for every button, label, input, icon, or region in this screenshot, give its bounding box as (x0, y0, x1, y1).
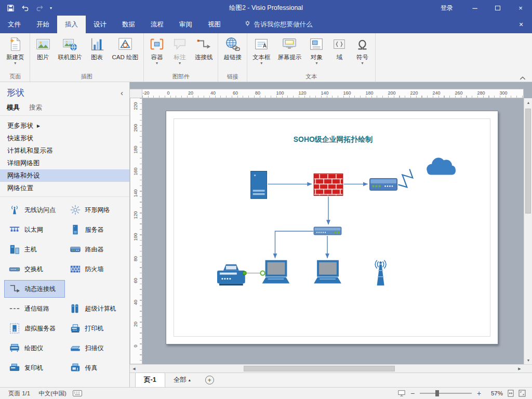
shape-master-scanner[interactable]: 扫描仪 (65, 339, 126, 357)
screen-tip-button[interactable]: 屏幕提示 (274, 35, 305, 63)
language-indicator[interactable]: 中文(中国) (34, 390, 71, 397)
field-button[interactable]: 域 (328, 35, 351, 63)
shape-master-dynamic-connector[interactable]: 动态连接线 (4, 280, 65, 298)
wireless-antenna-shape[interactable] (375, 260, 386, 286)
shape-master-host[interactable]: 主机 (4, 241, 65, 258)
stencil-more-shapes[interactable]: 更多形状▶ (0, 119, 129, 132)
glue-point-dot[interactable] (243, 271, 246, 275)
drawing-page[interactable]: SOHO级企业网拓扑绘制 (166, 111, 498, 344)
stencil-quick-shapes[interactable]: 快速形状 (0, 132, 129, 144)
chart-button[interactable]: 图表 (86, 35, 109, 63)
new-page-button[interactable]: 新建页▾ (3, 35, 28, 66)
hyperlink-button[interactable]: 超链接 (220, 35, 245, 63)
callout-button[interactable]: 标注▾ (168, 35, 191, 66)
close-ribbon-x-icon[interactable]: × (510, 16, 532, 33)
redo-icon[interactable] (35, 4, 44, 12)
horizontal-scroll-thumb[interactable] (244, 366, 394, 371)
shape-master-firewall[interactable]: 防火墙 (65, 260, 126, 278)
shape-master-ring-network[interactable]: 环形网络 (65, 201, 126, 219)
ribbon-tab-data[interactable]: 数据 (114, 16, 143, 33)
drawing-viewport[interactable]: SOHO级企业网拓扑绘制 (142, 98, 524, 364)
presentation-mode-icon[interactable] (398, 390, 405, 397)
shape-master-virtual-server[interactable]: 虚拟服务器 (4, 320, 65, 337)
all-pages-tab[interactable]: 全部 ▴ (165, 373, 199, 387)
shape-master-plotter[interactable]: 绘图仪 (4, 339, 65, 357)
online-pictures-button[interactable]: 联机图片 (55, 35, 86, 63)
ruler-label: 180 (133, 145, 138, 154)
shapes-panel-tab-search[interactable]: 搜索 (29, 103, 42, 112)
pictures-button[interactable]: 图片 (32, 35, 55, 63)
connector-button[interactable]: 连接线 (191, 35, 217, 63)
collapse-panel-icon[interactable]: ‹ (121, 90, 123, 96)
zoom-in-button[interactable]: + (476, 389, 482, 397)
ribbon-tab-home[interactable]: 开始 (29, 16, 57, 33)
object-button[interactable]: 对象▾ (305, 35, 328, 66)
container-button[interactable]: 容器▾ (145, 35, 168, 66)
text-box-button[interactable]: 文本框▾ (249, 35, 274, 66)
zoom-slider-thumb[interactable] (435, 390, 439, 396)
stencil-network-peripherals[interactable]: 网络和外设 (0, 169, 129, 182)
cad-drawing-button[interactable]: CAD 绘图 (109, 35, 142, 63)
shape-master-ethernet[interactable]: 以太网 (4, 221, 65, 238)
shape-master-server[interactable]: 服务器 (65, 221, 126, 238)
maximize-button[interactable] (486, 0, 509, 16)
switch-shape[interactable] (314, 227, 341, 235)
scroll-right-icon[interactable]: ▶ (515, 365, 524, 373)
ribbon-tab-view[interactable]: 视图 (200, 16, 229, 33)
ribbon-tab-design[interactable]: 设计 (86, 16, 114, 33)
close-button[interactable]: × (509, 0, 532, 16)
shape-master-wireless-access-point[interactable]: 无线访问点 (4, 201, 65, 219)
router-shape[interactable] (370, 178, 397, 190)
shapes-panel-tab-stencils[interactable]: 模具 (7, 103, 20, 112)
save-icon[interactable] (6, 4, 15, 12)
fullscreen-icon[interactable] (518, 390, 526, 397)
ribbon-group-label: 文本 (249, 72, 374, 82)
internet-cloud-shape[interactable] (427, 158, 456, 175)
shape-master-switch[interactable]: 交换机 (4, 260, 65, 278)
ribbon-group-diagram-parts: 容器▾标注▾连接线图部件 (144, 33, 219, 82)
ribbon-tab-file[interactable]: 文件 (0, 16, 29, 33)
stencil-network-locations[interactable]: 网络位置 (0, 182, 129, 194)
laptop-shape[interactable] (262, 261, 290, 284)
customize-qat-icon[interactable]: ▾ (50, 6, 55, 10)
firewall-shape[interactable] (314, 174, 343, 195)
shape-master-router[interactable]: 路由器 (65, 241, 126, 258)
fit-page-icon[interactable] (507, 390, 514, 397)
scroll-up-icon[interactable]: ▲ (524, 98, 532, 107)
add-page-button[interactable]: + (205, 376, 214, 384)
scroll-left-icon[interactable]: ◀ (130, 365, 138, 373)
shape-master-comm-link[interactable]: 通信链路 (4, 300, 65, 317)
tell-me-box[interactable]: 告诉我你想要做什么 (237, 16, 320, 33)
vertical-scrollbar[interactable]: ▲ ▼ (524, 98, 532, 364)
page-indicator[interactable]: 页面 1/1 (4, 390, 34, 397)
ribbon-tab-review[interactable]: 审阅 (171, 16, 200, 33)
diagram-title[interactable]: SOHO级企业网拓扑绘制 (294, 135, 373, 143)
stencil-computers-monitors[interactable]: 计算机和显示器 (0, 144, 129, 157)
shape-master-label: 防火墙 (85, 265, 104, 274)
zoom-out-button[interactable]: − (409, 389, 416, 397)
shape-master-printer[interactable]: 打印机 (65, 320, 126, 337)
ribbon-tab-insert[interactable]: 插入 (57, 16, 86, 33)
server-shape[interactable] (251, 171, 267, 198)
shape-master-fax[interactable]: 传真 (65, 359, 126, 377)
zoom-slider[interactable] (420, 393, 472, 394)
page-tab-1[interactable]: 页-1 (135, 373, 165, 388)
scroll-down-icon[interactable]: ▼ (524, 356, 532, 364)
laptop-shape[interactable] (314, 261, 341, 284)
shape-master-copier[interactable]: 复印机 (4, 359, 65, 377)
sign-in-button[interactable]: 登录 (430, 4, 463, 12)
stencil-detailed-network[interactable]: 详细网络图 (0, 157, 129, 169)
ribbon-tab-process[interactable]: 流程 (143, 16, 171, 33)
symbol-button[interactable]: 符号▾ (351, 35, 374, 66)
shape-master-supercomputer[interactable]: 超级计算机 (65, 300, 126, 317)
horizontal-scrollbar[interactable]: ◀ ▶ (130, 364, 532, 373)
keyboard-icon[interactable] (73, 390, 82, 396)
glue-point-ring[interactable] (260, 271, 264, 275)
zoom-percentage[interactable]: 57% (486, 390, 503, 396)
vertical-scroll-thumb[interactable] (525, 109, 531, 214)
printer-shape[interactable] (217, 264, 245, 286)
minimize-button[interactable]: ─ (463, 0, 486, 16)
lightning-link[interactable] (398, 169, 413, 188)
undo-icon[interactable] (21, 4, 29, 12)
collapse-ribbon-icon[interactable] (520, 74, 527, 79)
